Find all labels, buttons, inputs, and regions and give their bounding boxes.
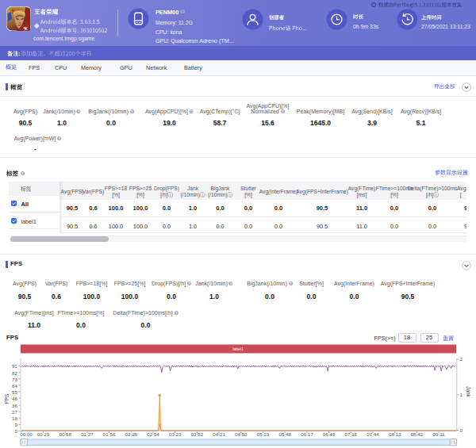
- svg-text:27: 27: [12, 409, 17, 415]
- svg-text:Jank: Jank: [466, 386, 471, 397]
- svg-text:55: 55: [12, 389, 17, 395]
- svg-text:73: 73: [12, 377, 17, 382]
- svg-text:03:52: 03:52: [191, 431, 204, 437]
- svg-text:91: 91: [12, 363, 17, 369]
- svg-text:03:23: 03:23: [169, 431, 182, 437]
- svg-text:1: 1: [460, 392, 463, 397]
- svg-text:label1: label1: [232, 347, 244, 351]
- svg-text:0: 0: [460, 427, 463, 433]
- svg-text:9: 9: [15, 422, 18, 427]
- svg-text:04:21: 04:21: [213, 431, 225, 437]
- svg-text:00:00: 00:00: [20, 431, 33, 437]
- svg-text:02:25: 02:25: [125, 431, 138, 437]
- svg-text:09:11: 09:11: [433, 431, 446, 437]
- svg-text:07:44: 07:44: [367, 431, 379, 437]
- svg-text:01:56: 01:56: [103, 431, 116, 437]
- svg-text:64: 64: [12, 383, 17, 389]
- svg-text:36: 36: [12, 403, 17, 408]
- svg-text:06:46: 06:46: [323, 431, 336, 437]
- svg-text:02:54: 02:54: [147, 431, 159, 437]
- svg-text:01:27: 01:27: [81, 431, 94, 437]
- svg-text:04:50: 04:50: [235, 431, 248, 437]
- svg-text:06:17: 06:17: [301, 431, 313, 437]
- svg-text:FPS: FPS: [4, 394, 10, 404]
- svg-text:00:29: 00:29: [37, 431, 50, 437]
- svg-text:08:42: 08:42: [411, 431, 424, 437]
- svg-text:05:19: 05:19: [257, 431, 270, 437]
- svg-text:46: 46: [12, 396, 17, 401]
- svg-text:2: 2: [460, 356, 463, 362]
- svg-text:0: 0: [15, 428, 18, 434]
- svg-text:18: 18: [12, 415, 17, 421]
- svg-text:00:58: 00:58: [59, 431, 71, 437]
- svg-text:05:48: 05:48: [278, 431, 291, 437]
- svg-text:07:15: 07:15: [345, 431, 358, 437]
- svg-text:08:13: 08:13: [389, 431, 401, 437]
- svg-text:82: 82: [12, 370, 17, 376]
